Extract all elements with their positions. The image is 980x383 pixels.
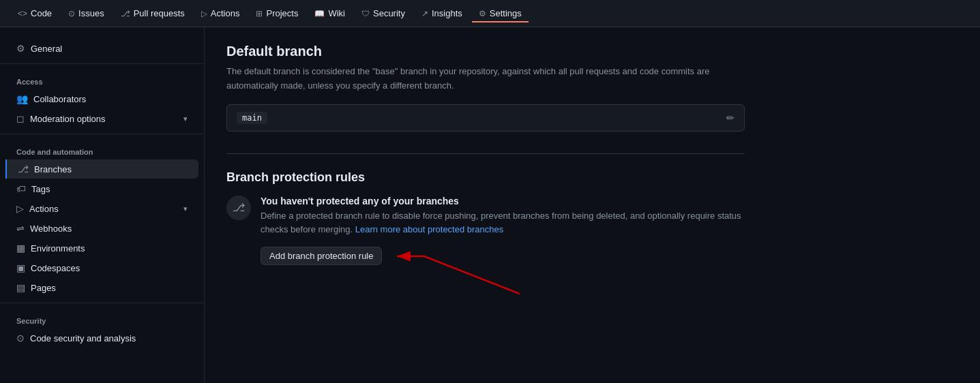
webhooks-icon: ⇌: [16, 223, 25, 234]
projects-icon: ⊞: [256, 9, 263, 18]
insights-icon: ↗: [421, 9, 428, 18]
nav-pull-requests[interactable]: ⎇ Pull requests: [114, 4, 192, 22]
nav-code[interactable]: <> Code: [11, 4, 59, 22]
default-branch-box: main ✏: [226, 104, 745, 132]
moderation-icon: ◻: [16, 113, 25, 124]
collaborators-icon: 👥: [16, 93, 28, 104]
main-layout: ⚙ General Access 👥 Collaborators ◻ Moder…: [0, 27, 980, 383]
protection-body: You haven't protected any of your branch…: [261, 196, 745, 266]
default-branch-desc: The default branch is considered the "ba…: [226, 65, 745, 93]
learn-more-link[interactable]: Learn more about protected branches: [355, 224, 504, 234]
main-content: Default branch The default branch is con…: [205, 27, 980, 383]
branch-protection-title: Branch protection rules: [226, 153, 745, 185]
sidebar-divider-security: [0, 303, 204, 303]
add-branch-protection-rule-button[interactable]: Add branch protection rule: [261, 247, 382, 265]
pull-request-icon: ⎇: [121, 9, 130, 18]
sidebar-item-collaborators[interactable]: 👥 Collaborators: [5, 89, 198, 108]
sidebar-divider-code: [0, 134, 204, 134]
sidebar: ⚙ General Access 👥 Collaborators ◻ Moder…: [0, 27, 205, 383]
actions-sidebar-icon: ▷: [16, 203, 24, 214]
sidebar-section-security: Security: [0, 309, 204, 328]
security-icon: 🛡: [361, 9, 370, 18]
tags-icon: 🏷: [16, 183, 26, 194]
sidebar-section-access: Access: [0, 70, 204, 89]
sidebar-item-code-security[interactable]: ⊙ Code security and analysis: [5, 328, 198, 348]
sidebar-item-environments[interactable]: ▦ Environments: [5, 239, 198, 258]
top-nav: <> Code ⊙ Issues ⎇ Pull requests ▷ Actio…: [0, 0, 980, 27]
code-icon: <>: [18, 9, 27, 18]
general-icon: ⚙: [16, 43, 25, 54]
branches-icon: ⎇: [18, 164, 29, 174]
pages-icon: ▤: [16, 282, 25, 293]
code-security-icon: ⊙: [16, 333, 25, 343]
branch-name-badge: main: [237, 112, 267, 124]
nav-projects[interactable]: ⊞ Projects: [249, 4, 305, 22]
wiki-icon: 📖: [314, 9, 325, 18]
sidebar-item-codespaces[interactable]: ▣ Codespaces: [5, 258, 198, 277]
sidebar-item-actions[interactable]: ▷ Actions ▾: [5, 199, 198, 218]
sidebar-item-branches[interactable]: ⎇ Branches: [5, 159, 198, 179]
edit-branch-icon[interactable]: ✏: [726, 112, 734, 123]
actions-icon: ▷: [201, 9, 207, 18]
nav-security[interactable]: 🛡 Security: [355, 4, 412, 22]
arrow-annotation-container: Add branch protection rule: [261, 247, 745, 265]
environments-icon: ▦: [16, 243, 25, 254]
sidebar-item-general[interactable]: ⚙ General: [5, 39, 198, 58]
sidebar-divider-access: [0, 63, 204, 64]
issues-icon: ⊙: [68, 9, 75, 18]
moderation-chevron-icon: ▾: [183, 114, 188, 123]
sidebar-item-moderation[interactable]: ◻ Moderation options ▾: [5, 109, 198, 128]
sidebar-item-webhooks[interactable]: ⇌ Webhooks: [5, 219, 198, 238]
nav-wiki[interactable]: 📖 Wiki: [308, 4, 352, 22]
protection-card: ⎇ You haven't protected any of your bran…: [226, 196, 745, 266]
branch-protection-icon: ⎇: [233, 201, 245, 214]
nav-actions[interactable]: ▷ Actions: [194, 4, 247, 22]
nav-settings[interactable]: ⚙ Settings: [472, 4, 529, 22]
sidebar-section-code: Code and automation: [0, 140, 204, 159]
codespaces-icon: ▣: [16, 262, 25, 273]
no-protection-desc: Define a protected branch rule to disabl…: [261, 209, 745, 238]
actions-chevron-icon: ▾: [183, 204, 188, 213]
no-protection-heading: You haven't protected any of your branch…: [261, 196, 745, 206]
protection-avatar: ⎇: [226, 196, 251, 220]
default-branch-title: Default branch: [226, 44, 958, 59]
settings-icon: ⚙: [479, 9, 486, 18]
sidebar-item-tags[interactable]: 🏷 Tags: [5, 179, 198, 198]
nav-insights[interactable]: ↗ Insights: [415, 4, 469, 22]
red-arrow-annotation: [383, 243, 520, 297]
sidebar-item-pages[interactable]: ▤ Pages: [5, 278, 198, 297]
nav-issues[interactable]: ⊙ Issues: [61, 4, 111, 22]
